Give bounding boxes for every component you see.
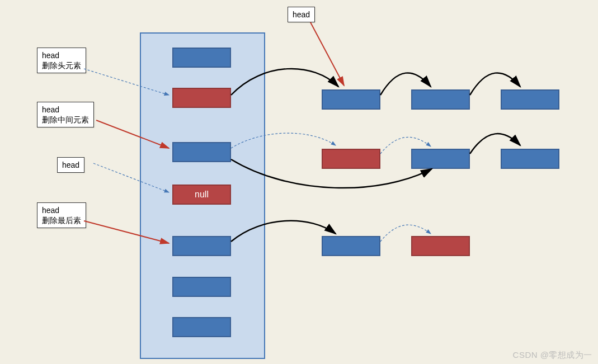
row2-node-2 [411,149,470,169]
label-remove-middle: head 删除中间元素 [37,102,94,127]
row2-node-3 [501,149,559,169]
row2-node-1-deleted [322,149,380,169]
row3-node-2-deleted [411,236,470,256]
slot-0 [172,48,231,68]
arrow-overlay [0,0,598,364]
null-text: null [195,190,209,200]
label-remove-head: head 删除头元素 [37,48,86,73]
label-remove-last: head 删除最后素 [37,202,86,228]
slot-6 [172,317,231,337]
slot-3-null: null [172,185,231,205]
slot-4 [172,236,231,256]
slot-2 [172,142,231,162]
slot-1-deleted [172,88,231,108]
row1-node-2 [411,89,470,110]
label-head-top: head [288,7,315,22]
slot-5 [172,277,231,297]
row3-node-1 [322,236,380,256]
label-head-mid: head [57,157,84,173]
watermark: CSDN @零想成为一 [513,350,592,361]
row1-node-3 [501,89,559,110]
row1-node-1 [322,89,380,110]
